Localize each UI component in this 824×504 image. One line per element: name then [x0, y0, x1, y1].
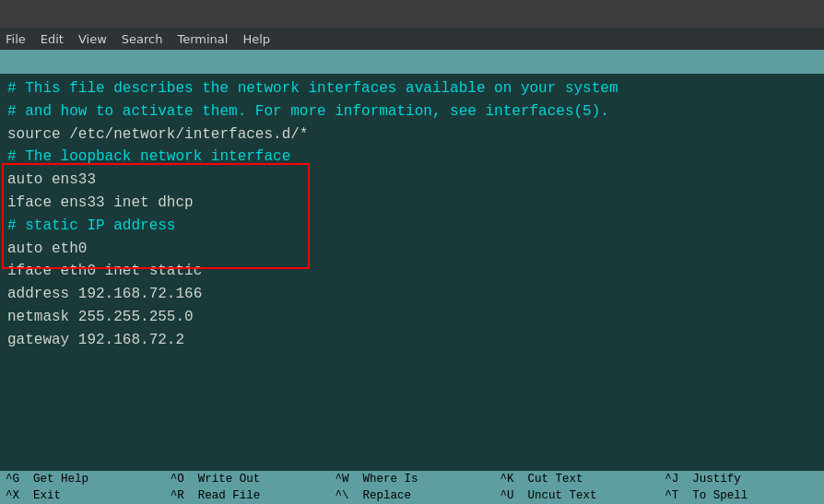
- shortcut-label: Uncut Text: [527, 489, 596, 502]
- editor-content: # This file describes the network interf…: [0, 74, 824, 356]
- editor-line: source /etc/network/interfaces.d/*: [7, 123, 817, 147]
- shortcut-key: ^G: [6, 473, 31, 486]
- shortcut-item[interactable]: ^K Cut Text: [494, 471, 659, 487]
- shortcut-label: To Spell: [692, 489, 747, 502]
- editor-line: address 192.168.72.166: [7, 283, 817, 306]
- editor-line: iface ens33 inet dhcp: [7, 192, 817, 215]
- shortcut-label: Get Help: [33, 473, 88, 486]
- nano-header: [0, 50, 824, 74]
- shortcut-row-2: ^X Exit^R Read File^\ Replace^U Uncut Te…: [0, 487, 824, 504]
- shortcut-item[interactable]: ^R Read File: [165, 487, 330, 504]
- shortcut-key: ^K: [500, 473, 525, 486]
- shortcut-key: ^R: [171, 489, 196, 502]
- shortcut-item[interactable]: ^U Uncut Text: [494, 487, 659, 504]
- editor-line: gateway 192.168.72.2: [7, 329, 817, 352]
- shortcut-item[interactable]: ^G Get Help: [0, 471, 165, 487]
- menu-bar: FileEditViewSearchTerminalHelp: [0, 28, 824, 50]
- shortcut-key: ^T: [665, 489, 690, 502]
- shortcut-label: Replace: [363, 489, 412, 502]
- menu-item-help[interactable]: Help: [242, 32, 270, 46]
- editor-line: auto eth0: [7, 238, 817, 261]
- shortcut-item[interactable]: ^O Write Out: [165, 471, 330, 487]
- shortcut-key: ^W: [335, 473, 361, 486]
- menu-item-view[interactable]: View: [78, 32, 107, 46]
- shortcut-item[interactable]: ^X Exit: [0, 487, 165, 504]
- editor-line: # This file describes the network interf…: [7, 77, 817, 100]
- shortcut-label: Justify: [692, 473, 741, 486]
- editor-area[interactable]: # This file describes the network interf…: [0, 74, 824, 471]
- shortcut-item[interactable]: ^T To Spell: [659, 487, 824, 504]
- shortcut-label: Write Out: [198, 473, 261, 486]
- menu-item-file[interactable]: File: [6, 32, 26, 46]
- editor-line: auto ens33: [7, 169, 817, 192]
- shortcut-item[interactable]: ^J Justify: [659, 471, 824, 487]
- shortcut-row-1: ^G Get Help^O Write Out^W Where Is^K Cut…: [0, 471, 824, 487]
- editor-line: iface eth0 inet static: [7, 260, 817, 283]
- menu-item-search[interactable]: Search: [122, 32, 163, 46]
- menu-item-terminal[interactable]: Terminal: [177, 32, 228, 46]
- shortcut-key: ^U: [500, 489, 525, 502]
- editor-line: netmask 255.255.255.0: [7, 306, 817, 329]
- terminal-window: FileEditViewSearchTerminalHelp # This fi…: [0, 0, 824, 504]
- shortcut-key: ^\: [335, 489, 361, 502]
- shortcut-key: ^X: [6, 489, 31, 502]
- shortcut-key: ^O: [171, 473, 196, 486]
- shortcut-item[interactable]: ^\ Replace: [330, 487, 495, 504]
- editor-line: # The loopback network interface: [7, 146, 817, 169]
- shortcuts-area: ^G Get Help^O Write Out^W Where Is^K Cut…: [0, 471, 824, 504]
- editor-line: # static IP address: [7, 215, 817, 238]
- shortcut-label: Where Is: [363, 473, 418, 486]
- shortcut-key: ^J: [665, 473, 690, 486]
- shortcut-label: Read File: [198, 489, 261, 502]
- shortcut-label: Exit: [33, 489, 61, 502]
- editor-line: # and how to activate them. For more inf…: [7, 100, 817, 123]
- title-bar: [0, 0, 824, 28]
- shortcut-label: Cut Text: [527, 473, 583, 486]
- menu-item-edit[interactable]: Edit: [41, 32, 64, 46]
- shortcut-item[interactable]: ^W Where Is: [330, 471, 495, 487]
